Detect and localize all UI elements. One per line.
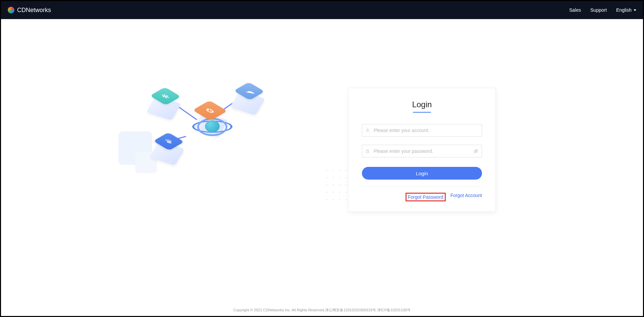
forgot-links-row: Forgot Password Forgot Account <box>362 193 482 201</box>
brand-logo-icon <box>8 7 14 13</box>
divider-line <box>362 186 482 187</box>
brand-logo[interactable]: CDNetworks <box>8 7 51 14</box>
lock-icon <box>365 149 370 153</box>
password-input[interactable] <box>362 145 482 157</box>
footer: Copyright © 2021 CDNetworks Inc. All Rig… <box>1 308 643 313</box>
top-header: CDNetworks Sales Support English <box>1 1 643 19</box>
main-area: ✻ ☁ ✪ ♛ Login Login Forgot Password Forg… <box>1 19 643 254</box>
password-input-row <box>362 145 482 157</box>
forgot-password-link[interactable]: Forgot Password <box>406 193 446 201</box>
top-nav: Sales Support English <box>569 7 636 13</box>
title-underline-icon <box>413 112 431 113</box>
login-card: Login Login Forgot Password Forgot Accou… <box>348 88 496 212</box>
user-icon <box>365 128 370 133</box>
brand-name: CDNetworks <box>17 7 51 14</box>
chevron-down-icon <box>634 9 636 11</box>
forgot-account-link[interactable]: Forgot Account <box>450 193 482 201</box>
login-button[interactable]: Login <box>362 167 482 180</box>
nav-support-link[interactable]: Support <box>590 7 607 13</box>
account-input[interactable] <box>362 124 482 137</box>
hero-illustration: ✻ ☁ ✪ ♛ <box>145 83 286 170</box>
footer-beian2-link[interactable]: 津ICP备10201100号 <box>377 308 411 312</box>
connector-line-icon <box>177 106 197 120</box>
eye-off-icon[interactable] <box>473 148 479 154</box>
svg-point-0 <box>367 129 369 130</box>
nav-sales-link[interactable]: Sales <box>569 7 581 13</box>
footer-beian1-link[interactable]: 津公网安备12010202000319号 <box>325 308 376 312</box>
nav-language-dropdown[interactable]: English <box>616 7 636 13</box>
footer-copyright: Copyright © 2021 CDNetworks Inc. All Rig… <box>233 308 325 312</box>
login-title: Login <box>362 100 482 109</box>
nav-language-label: English <box>616 7 632 13</box>
account-input-row <box>362 124 482 137</box>
center-globe-icon <box>205 120 220 132</box>
svg-rect-1 <box>366 151 369 152</box>
